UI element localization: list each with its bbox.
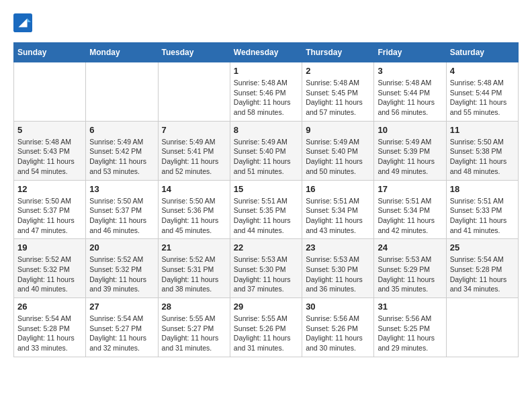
- day-info: Sunrise: 5:52 AM Sunset: 5:32 PM Dayligh…: [17, 255, 82, 294]
- calendar-cell: 23Sunrise: 5:53 AM Sunset: 5:30 PM Dayli…: [302, 239, 374, 298]
- day-number: 8: [234, 125, 298, 135]
- calendar-cell: 7Sunrise: 5:49 AM Sunset: 5:41 PM Daylig…: [158, 121, 230, 180]
- calendar-header-row: SundayMondayTuesdayWednesdayThursdayFrid…: [14, 43, 519, 62]
- day-number: 26: [17, 302, 82, 312]
- calendar-cell: [446, 298, 518, 357]
- calendar-cell: 3Sunrise: 5:48 AM Sunset: 5:44 PM Daylig…: [374, 62, 446, 122]
- calendar-header-monday: Monday: [86, 43, 158, 62]
- calendar-cell: 5Sunrise: 5:48 AM Sunset: 5:43 PM Daylig…: [14, 121, 86, 180]
- calendar-cell: 20Sunrise: 5:52 AM Sunset: 5:32 PM Dayli…: [86, 239, 158, 298]
- calendar-cell: 15Sunrise: 5:51 AM Sunset: 5:35 PM Dayli…: [230, 180, 302, 239]
- calendar-cell: [14, 62, 86, 122]
- day-number: 1: [234, 66, 298, 76]
- day-number: 30: [306, 302, 370, 312]
- calendar-week-1: 1Sunrise: 5:48 AM Sunset: 5:46 PM Daylig…: [14, 62, 519, 122]
- calendar-header-saturday: Saturday: [446, 43, 518, 62]
- day-number: 15: [234, 184, 298, 194]
- calendar-header-sunday: Sunday: [14, 43, 86, 62]
- logo-icon: [13, 13, 32, 32]
- day-number: 25: [450, 242, 515, 253]
- calendar-cell: 27Sunrise: 5:54 AM Sunset: 5:27 PM Dayli…: [86, 298, 158, 357]
- day-info: Sunrise: 5:53 AM Sunset: 5:30 PM Dayligh…: [234, 255, 298, 294]
- day-number: 28: [162, 302, 226, 312]
- calendar-cell: 29Sunrise: 5:55 AM Sunset: 5:26 PM Dayli…: [230, 298, 302, 357]
- day-info: Sunrise: 5:50 AM Sunset: 5:36 PM Dayligh…: [162, 196, 226, 236]
- day-number: 24: [378, 242, 442, 253]
- calendar-header-thursday: Thursday: [302, 43, 374, 62]
- day-number: 19: [17, 242, 82, 253]
- day-number: 6: [89, 125, 154, 135]
- day-info: Sunrise: 5:52 AM Sunset: 5:31 PM Dayligh…: [162, 255, 226, 294]
- day-info: Sunrise: 5:48 AM Sunset: 5:44 PM Dayligh…: [450, 78, 515, 118]
- day-number: 10: [378, 125, 442, 135]
- calendar-cell: 17Sunrise: 5:51 AM Sunset: 5:34 PM Dayli…: [374, 180, 446, 239]
- calendar-cell: 1Sunrise: 5:48 AM Sunset: 5:46 PM Daylig…: [230, 62, 302, 122]
- calendar-week-3: 12Sunrise: 5:50 AM Sunset: 5:37 PM Dayli…: [14, 180, 519, 239]
- day-info: Sunrise: 5:49 AM Sunset: 5:39 PM Dayligh…: [378, 137, 442, 177]
- calendar-cell: [86, 62, 158, 122]
- calendar-cell: 4Sunrise: 5:48 AM Sunset: 5:44 PM Daylig…: [446, 62, 518, 122]
- calendar-header-tuesday: Tuesday: [158, 43, 230, 62]
- calendar-cell: 31Sunrise: 5:56 AM Sunset: 5:25 PM Dayli…: [374, 298, 446, 357]
- day-number: 18: [450, 184, 515, 194]
- calendar-cell: 14Sunrise: 5:50 AM Sunset: 5:36 PM Dayli…: [158, 180, 230, 239]
- calendar-cell: 10Sunrise: 5:49 AM Sunset: 5:39 PM Dayli…: [374, 121, 446, 180]
- day-number: 27: [89, 302, 154, 312]
- calendar-header-friday: Friday: [374, 43, 446, 62]
- calendar-table: SundayMondayTuesdayWednesdayThursdayFrid…: [13, 42, 519, 357]
- day-info: Sunrise: 5:50 AM Sunset: 5:38 PM Dayligh…: [450, 137, 515, 177]
- day-info: Sunrise: 5:54 AM Sunset: 5:28 PM Dayligh…: [450, 255, 515, 294]
- calendar-cell: 6Sunrise: 5:49 AM Sunset: 5:42 PM Daylig…: [86, 121, 158, 180]
- day-number: 4: [450, 66, 515, 76]
- day-info: Sunrise: 5:49 AM Sunset: 5:42 PM Dayligh…: [89, 137, 154, 177]
- calendar-cell: 25Sunrise: 5:54 AM Sunset: 5:28 PM Dayli…: [446, 239, 518, 298]
- day-info: Sunrise: 5:53 AM Sunset: 5:30 PM Dayligh…: [306, 255, 370, 294]
- day-info: Sunrise: 5:51 AM Sunset: 5:34 PM Dayligh…: [306, 196, 370, 236]
- day-info: Sunrise: 5:54 AM Sunset: 5:28 PM Dayligh…: [17, 314, 82, 353]
- day-number: 16: [306, 184, 370, 194]
- logo: [13, 13, 35, 32]
- day-info: Sunrise: 5:48 AM Sunset: 5:43 PM Dayligh…: [17, 137, 82, 177]
- day-info: Sunrise: 5:56 AM Sunset: 5:26 PM Dayligh…: [306, 314, 370, 353]
- day-info: Sunrise: 5:52 AM Sunset: 5:32 PM Dayligh…: [89, 255, 154, 294]
- calendar-cell: 2Sunrise: 5:48 AM Sunset: 5:45 PM Daylig…: [302, 62, 374, 122]
- calendar-cell: 28Sunrise: 5:55 AM Sunset: 5:27 PM Dayli…: [158, 298, 230, 357]
- day-info: Sunrise: 5:55 AM Sunset: 5:26 PM Dayligh…: [234, 314, 298, 353]
- page-header: [13, 13, 519, 32]
- day-info: Sunrise: 5:49 AM Sunset: 5:40 PM Dayligh…: [306, 137, 370, 177]
- calendar-cell: 30Sunrise: 5:56 AM Sunset: 5:26 PM Dayli…: [302, 298, 374, 357]
- day-number: 14: [162, 184, 226, 194]
- calendar-cell: 24Sunrise: 5:53 AM Sunset: 5:29 PM Dayli…: [374, 239, 446, 298]
- day-number: 23: [306, 242, 370, 253]
- calendar-cell: 18Sunrise: 5:51 AM Sunset: 5:33 PM Dayli…: [446, 180, 518, 239]
- day-info: Sunrise: 5:50 AM Sunset: 5:37 PM Dayligh…: [89, 196, 154, 236]
- calendar-week-2: 5Sunrise: 5:48 AM Sunset: 5:43 PM Daylig…: [14, 121, 519, 180]
- day-info: Sunrise: 5:51 AM Sunset: 5:33 PM Dayligh…: [450, 196, 515, 236]
- calendar-cell: 16Sunrise: 5:51 AM Sunset: 5:34 PM Dayli…: [302, 180, 374, 239]
- day-info: Sunrise: 5:50 AM Sunset: 5:37 PM Dayligh…: [17, 196, 82, 236]
- day-info: Sunrise: 5:56 AM Sunset: 5:25 PM Dayligh…: [378, 314, 442, 353]
- day-number: 5: [17, 125, 82, 135]
- calendar-week-4: 19Sunrise: 5:52 AM Sunset: 5:32 PM Dayli…: [14, 239, 519, 298]
- day-number: 12: [17, 184, 82, 194]
- day-info: Sunrise: 5:49 AM Sunset: 5:40 PM Dayligh…: [234, 137, 298, 177]
- day-info: Sunrise: 5:51 AM Sunset: 5:35 PM Dayligh…: [234, 196, 298, 236]
- calendar-cell: 26Sunrise: 5:54 AM Sunset: 5:28 PM Dayli…: [14, 298, 86, 357]
- day-info: Sunrise: 5:49 AM Sunset: 5:41 PM Dayligh…: [162, 137, 226, 177]
- day-number: 9: [306, 125, 370, 135]
- calendar-cell: 11Sunrise: 5:50 AM Sunset: 5:38 PM Dayli…: [446, 121, 518, 180]
- day-number: 2: [306, 66, 370, 76]
- day-number: 17: [378, 184, 442, 194]
- calendar-cell: 9Sunrise: 5:49 AM Sunset: 5:40 PM Daylig…: [302, 121, 374, 180]
- day-number: 21: [162, 242, 226, 253]
- calendar-cell: 13Sunrise: 5:50 AM Sunset: 5:37 PM Dayli…: [86, 180, 158, 239]
- day-number: 7: [162, 125, 226, 135]
- day-number: 20: [89, 242, 154, 253]
- day-info: Sunrise: 5:48 AM Sunset: 5:46 PM Dayligh…: [234, 78, 298, 118]
- calendar-cell: 12Sunrise: 5:50 AM Sunset: 5:37 PM Dayli…: [14, 180, 86, 239]
- day-number: 29: [234, 302, 298, 312]
- calendar-cell: 21Sunrise: 5:52 AM Sunset: 5:31 PM Dayli…: [158, 239, 230, 298]
- day-info: Sunrise: 5:55 AM Sunset: 5:27 PM Dayligh…: [162, 314, 226, 353]
- day-info: Sunrise: 5:48 AM Sunset: 5:44 PM Dayligh…: [378, 78, 442, 118]
- calendar-cell: 22Sunrise: 5:53 AM Sunset: 5:30 PM Dayli…: [230, 239, 302, 298]
